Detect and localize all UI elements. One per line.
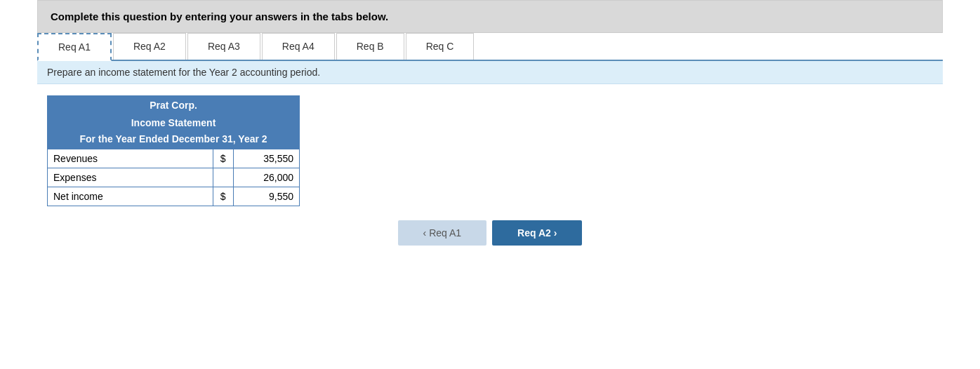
- tab-req-a1[interactable]: Req A1: [37, 33, 112, 61]
- instruction-text: Complete this question by entering your …: [51, 11, 388, 22]
- tab-req-a4[interactable]: Req A4: [262, 33, 335, 60]
- row-label-expenses: Expenses: [48, 168, 213, 187]
- income-statement: Prat Corp. Income Statement For the Year…: [47, 95, 300, 206]
- prev-button[interactable]: ‹ Req A1: [398, 220, 486, 246]
- row-label-revenues: Revenues: [48, 149, 213, 168]
- row-amount-net-income: 9,550: [233, 187, 299, 206]
- tab-req-c[interactable]: Req C: [406, 33, 475, 60]
- table-row: Expenses 26,000: [48, 168, 300, 187]
- instruction-bar: Complete this question by entering your …: [37, 0, 943, 33]
- row-amount-revenues: 35,550: [233, 149, 299, 168]
- next-button[interactable]: Req A2 ›: [492, 220, 582, 246]
- main-content: Prat Corp. Income Statement For the Year…: [37, 84, 943, 260]
- statement-table: Prat Corp. Income Statement For the Year…: [47, 95, 300, 206]
- statement-period: For the Year Ended December 31, Year 2: [48, 131, 300, 149]
- statement-title: Income Statement: [48, 115, 300, 131]
- row-dollar-revenues: $: [213, 149, 233, 168]
- table-row: Revenues $ 35,550: [48, 149, 300, 168]
- row-dollar-net-income: $: [213, 187, 233, 206]
- tab-req-a3[interactable]: Req A3: [187, 33, 260, 60]
- nav-buttons: ‹ Req A1 Req A2 ›: [47, 220, 933, 246]
- sub-instruction: Prepare an income statement for the Year…: [37, 61, 943, 84]
- row-dollar-expenses: [213, 168, 233, 187]
- tab-req-b[interactable]: Req B: [336, 33, 404, 60]
- company-name: Prat Corp.: [48, 96, 300, 115]
- tab-req-a2[interactable]: Req A2: [113, 33, 186, 60]
- tabs-row: Req A1 Req A2 Req A3 Req A4 Req B Req C: [37, 33, 943, 61]
- row-label-net-income: Net income: [48, 187, 213, 206]
- table-row: Net income $ 9,550: [48, 187, 300, 206]
- row-amount-expenses: 26,000: [233, 168, 299, 187]
